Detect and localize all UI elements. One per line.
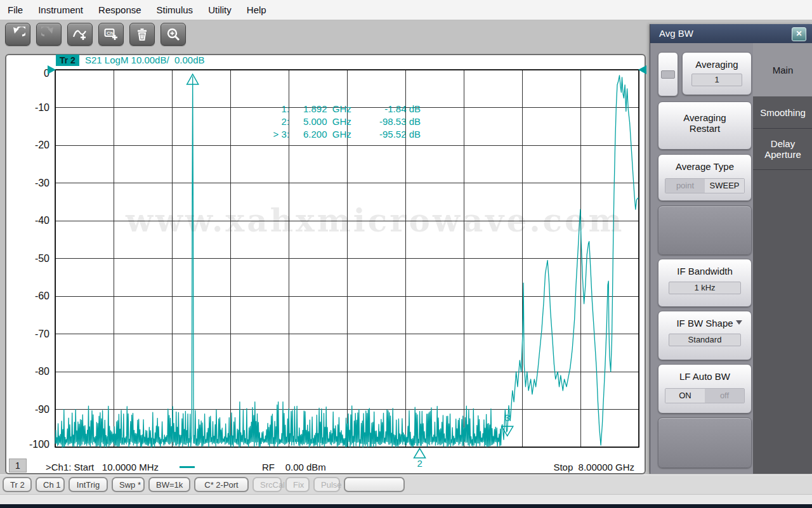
- menu-item-stimulus[interactable]: Stimulus: [157, 4, 193, 15]
- y-tick--60: -60: [23, 290, 49, 302]
- panel-title: Avg BW: [650, 24, 812, 43]
- undo-icon: [10, 27, 25, 42]
- marker-3-freq: 6.200 GHz: [303, 129, 351, 140]
- y-tick-0: 0: [23, 68, 49, 79]
- marker-3-value: -95.52 dB: [353, 129, 421, 140]
- y-tick--10: -10: [23, 102, 49, 114]
- chevron-down-icon: [736, 320, 742, 325]
- status-strip: [0, 494, 812, 505]
- y-tick--70: -70: [23, 329, 49, 340]
- bottom-dark-bar: [0, 504, 812, 508]
- menu-item-response[interactable]: Response: [98, 4, 141, 15]
- average-type-sweep[interactable]: SWEEP: [705, 179, 744, 193]
- marker-3-label: > 3:: [256, 129, 289, 140]
- close-icon[interactable]: ✕: [792, 27, 806, 41]
- tab-main[interactable]: Main: [753, 43, 812, 96]
- menu-bar: FileInstrumentResponseStimulusUtilityHel…: [0, 0, 812, 20]
- bottom-button-pulse[interactable]: Pulse: [313, 477, 340, 492]
- y-tick--30: -30: [23, 178, 49, 189]
- y-tick--40: -40: [23, 215, 49, 226]
- menu-item-help[interactable]: Help: [247, 4, 266, 15]
- toggle-indicator: [661, 70, 675, 79]
- undo-button[interactable]: [5, 23, 30, 46]
- bottom-button-ch-1[interactable]: Ch 1: [36, 477, 65, 492]
- marker-2-freq: 5.000 GHz: [303, 116, 351, 127]
- bottom-button-fix[interactable]: Fix: [285, 477, 310, 492]
- add-channel-button[interactable]: Ch: [98, 23, 124, 46]
- add-channel-icon: Ch: [103, 27, 119, 42]
- add-trace-button[interactable]: [67, 23, 93, 46]
- menu-item-instrument[interactable]: Instrument: [38, 4, 83, 15]
- y-tick--90: -90: [23, 404, 49, 415]
- marker-2-value: -98.53 dB: [353, 116, 421, 127]
- delete-icon: [134, 27, 150, 42]
- avg-bw-panel: Avg BW ✕ Main Smoothing Delay Aperture A…: [650, 24, 812, 474]
- redo-button[interactable]: [36, 23, 62, 46]
- marker-2-label: 2:: [256, 116, 289, 127]
- redo-icon: [41, 27, 56, 42]
- svg-text:3: 3: [505, 412, 510, 423]
- start-frequency-readout: >Ch1: Start 10.0000 MHz: [46, 462, 159, 472]
- lf-auto-bw-switch[interactable]: ON off: [665, 388, 745, 403]
- marker-1-value: -1.84 dB: [353, 103, 421, 114]
- bottom-button-c-2-port[interactable]: C* 2-Port: [194, 477, 249, 492]
- blank-button-2: [658, 417, 752, 468]
- y-tick--100: -100: [23, 439, 49, 450]
- zoom-icon: [166, 27, 181, 42]
- menu-item-utility[interactable]: Utility: [208, 4, 232, 15]
- bottom-button-bw-1k[interactable]: BW=1k: [148, 477, 190, 492]
- stop-frequency-readout: Stop 8.00000 GHz: [553, 462, 634, 472]
- trace-legend-dash: [180, 466, 195, 468]
- bottom-button-swp-[interactable]: Swp *: [112, 477, 145, 492]
- averaging-value[interactable]: 1: [691, 74, 742, 86]
- tab-delay-aperture[interactable]: Delay Aperture: [753, 129, 812, 170]
- if-bw-shape-button[interactable]: IF BW Shape Standard: [658, 311, 752, 360]
- averaging-button[interactable]: Averaging 1: [682, 52, 752, 95]
- averaging-toggle[interactable]: [658, 52, 678, 96]
- vna-application-window: FileInstrumentResponseStimulusUtilityHel…: [0, 0, 812, 508]
- channel-number-badge[interactable]: 1: [9, 459, 27, 472]
- rf-power-readout: RF 0.00 dBm: [262, 462, 326, 472]
- average-type-switch[interactable]: point SWEEP: [665, 178, 745, 193]
- svg-text:2: 2: [417, 458, 422, 469]
- marker-1-freq: 1.892 GHz: [303, 103, 351, 114]
- if-bandwidth-button[interactable]: IF Bandwidth 1 kHz: [658, 259, 752, 307]
- y-tick--20: -20: [23, 140, 49, 151]
- menu-item-file[interactable]: File: [8, 4, 23, 15]
- y-tick--80: -80: [23, 366, 49, 377]
- bottom-status-toolbar: Tr 2Ch 1IntTrigSwp *BW=1kC* 2-PortSrcCal…: [0, 474, 812, 494]
- bottom-button-blank[interactable]: [344, 477, 405, 492]
- bottom-button-tr-2[interactable]: Tr 2: [3, 477, 32, 492]
- lf-auto-bw-on[interactable]: ON: [665, 389, 705, 403]
- marker-1-label: 1:: [256, 103, 289, 114]
- lf-auto-bw-button[interactable]: LF Auto BW ON off: [658, 364, 752, 414]
- add-trace-icon: [72, 27, 88, 42]
- tab-smoothing[interactable]: Smoothing: [753, 96, 812, 129]
- trace-badge[interactable]: Tr 2: [56, 55, 79, 66]
- svg-text:Ch: Ch: [107, 30, 114, 36]
- average-type-button[interactable]: Average Type point SWEEP: [658, 154, 752, 201]
- bottom-button-srccal[interactable]: SrcCal: [252, 477, 282, 492]
- if-bw-shape-value[interactable]: Standard: [669, 334, 741, 346]
- zoom-button[interactable]: [160, 23, 186, 46]
- lf-auto-bw-off[interactable]: off: [705, 389, 744, 403]
- trace-header: S21 LogM 10.00dB/ 0.00dB: [85, 55, 204, 65]
- if-bandwidth-value[interactable]: 1 kHz: [669, 282, 741, 294]
- delete-button[interactable]: [129, 23, 155, 46]
- y-tick--50: -50: [23, 253, 49, 264]
- blank-button-1: [658, 205, 752, 255]
- bottom-button-inttrig[interactable]: IntTrig: [69, 477, 108, 492]
- average-type-point[interactable]: point: [665, 179, 705, 193]
- averaging-restart-button[interactable]: Averaging Restart: [658, 101, 752, 150]
